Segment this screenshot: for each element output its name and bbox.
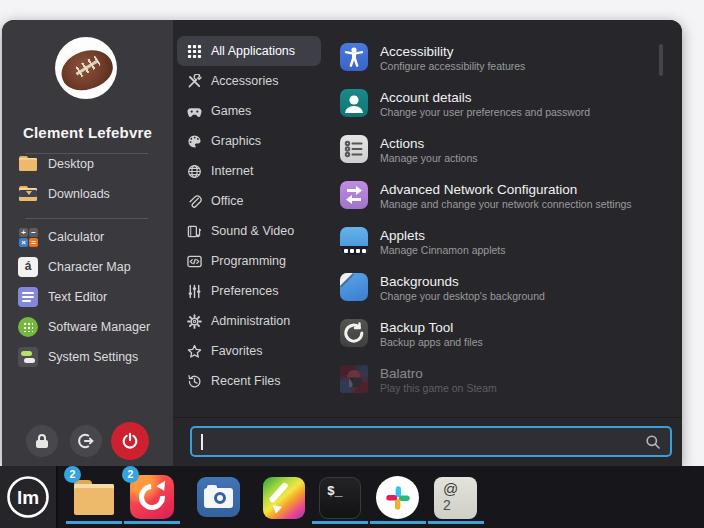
application-list: Accessibility Configure accessibility fe… bbox=[325, 20, 668, 417]
app-description: Play this game on Steam bbox=[380, 382, 497, 395]
category-recent-files[interactable]: Recent Files bbox=[177, 366, 321, 396]
actions-list-icon bbox=[340, 135, 368, 163]
applets-panel-icon bbox=[340, 227, 368, 255]
firefox-badge: 2 bbox=[122, 466, 139, 483]
sidebar-apps-list: + − × = Calculator á Character Map Text … bbox=[2, 222, 173, 372]
history-clock-icon bbox=[187, 374, 202, 389]
search-icon bbox=[645, 434, 661, 450]
folder-download-icon bbox=[18, 184, 38, 204]
logout-button[interactable] bbox=[70, 425, 102, 457]
app-accessibility[interactable]: Accessibility Configure accessibility fe… bbox=[325, 42, 668, 88]
sidebar-item-system-settings[interactable]: System Settings bbox=[2, 342, 173, 372]
active-window-indicator bbox=[312, 521, 368, 524]
files-badge: 2 bbox=[64, 466, 81, 483]
category-internet[interactable]: Internet bbox=[177, 156, 321, 186]
category-graphics[interactable]: Graphics bbox=[177, 126, 321, 156]
app-title: Backgrounds bbox=[380, 273, 545, 290]
application-menu: Clement Lefebvre Desktop Downloads + − ×… bbox=[2, 20, 682, 466]
svg-text:lm: lm bbox=[17, 487, 39, 508]
app-backgrounds[interactable]: Backgrounds Change your desktop's backgr… bbox=[325, 272, 668, 318]
taskbar: lm 2 2 $_ @ 2 bbox=[0, 466, 704, 528]
app-description: Backup apps and files bbox=[380, 336, 483, 349]
scrollbar-thumb[interactable] bbox=[659, 44, 663, 76]
terminal-taskbar-icon[interactable]: $_ bbox=[319, 477, 361, 519]
text-caret bbox=[201, 434, 203, 450]
sidebar-item-downloads[interactable]: Downloads bbox=[2, 179, 173, 209]
category-all-applications[interactable]: All Applications bbox=[177, 36, 321, 66]
slack-logo-icon bbox=[385, 485, 411, 511]
network-arrows-icon bbox=[340, 181, 368, 209]
app-actions[interactable]: Actions Manage your actions bbox=[325, 134, 668, 180]
category-office[interactable]: Office bbox=[177, 186, 321, 216]
app-balatro[interactable]: Balatro Play this game on Steam bbox=[325, 364, 668, 410]
files-taskbar-icon[interactable] bbox=[72, 477, 116, 519]
app-advanced-network-configuration[interactable]: Advanced Network Configuration Manage an… bbox=[325, 180, 668, 226]
search-input[interactable] bbox=[190, 426, 672, 457]
app-description: Manage Cinnamon applets bbox=[380, 244, 506, 257]
backgrounds-wallpaper-icon bbox=[340, 273, 368, 301]
app-description: Change your user preferences and passwor… bbox=[380, 106, 590, 119]
character-map-icon: á bbox=[18, 257, 38, 277]
screenshot-taskbar-icon[interactable] bbox=[197, 477, 240, 517]
app-description: Configure accessibility features bbox=[380, 60, 525, 73]
app-title: Actions bbox=[380, 135, 477, 152]
lock-icon bbox=[36, 434, 48, 448]
menu-main: All Applications Accessories Games Graph… bbox=[173, 20, 682, 466]
category-administration[interactable]: Administration bbox=[177, 306, 321, 336]
code-icon bbox=[187, 254, 202, 269]
category-accessories[interactable]: Accessories bbox=[177, 66, 321, 96]
active-window-indicator bbox=[124, 521, 180, 524]
balatro-game-icon bbox=[340, 365, 368, 393]
system-settings-icon bbox=[18, 347, 38, 367]
active-window-indicator bbox=[66, 521, 122, 524]
category-programming[interactable]: Programming bbox=[177, 246, 321, 276]
app-applets[interactable]: Applets Manage Cinnamon applets bbox=[325, 226, 668, 272]
sidebar-item-software-manager[interactable]: Software Manager bbox=[2, 312, 173, 342]
star-icon bbox=[187, 344, 202, 359]
app-account-details[interactable]: Account details Change your user prefere… bbox=[325, 88, 668, 134]
sidebar-item-text-editor[interactable]: Text Editor bbox=[2, 282, 173, 312]
sidebar-item-calculator[interactable]: + − × = Calculator bbox=[2, 222, 173, 252]
sidebar-item-character-map[interactable]: á Character Map bbox=[2, 252, 173, 282]
firefox-taskbar-icon[interactable] bbox=[130, 475, 174, 519]
avatar-image bbox=[56, 44, 117, 96]
lock-screen-button[interactable] bbox=[26, 425, 58, 457]
calculator-icon: + − × = bbox=[18, 227, 38, 247]
app-description: Change your desktop's background bbox=[380, 290, 545, 303]
category-preferences[interactable]: Preferences bbox=[177, 276, 321, 306]
logout-icon bbox=[77, 432, 95, 450]
film-music-icon bbox=[187, 224, 202, 239]
text-editor-icon bbox=[18, 287, 38, 307]
backup-restore-icon bbox=[340, 319, 368, 347]
tools-icon bbox=[187, 74, 202, 89]
paperclip-icon bbox=[187, 194, 202, 209]
app-title: Applets bbox=[380, 227, 506, 244]
category-list: All Applications Accessories Games Graph… bbox=[173, 20, 325, 396]
category-sound-video[interactable]: Sound & Video bbox=[177, 216, 321, 246]
category-games[interactable]: Games bbox=[177, 96, 321, 126]
sidebar-item-desktop[interactable]: Desktop bbox=[2, 149, 173, 179]
shutdown-button[interactable] bbox=[111, 422, 149, 460]
power-icon bbox=[120, 431, 140, 451]
active-window-indicator bbox=[428, 521, 484, 524]
app-title: Accessibility bbox=[380, 43, 525, 60]
menu-button[interactable]: lm bbox=[0, 466, 58, 528]
places-list: Desktop Downloads bbox=[2, 149, 173, 209]
gear-icon bbox=[187, 314, 202, 329]
app-title: Advanced Network Configuration bbox=[380, 181, 632, 198]
globe-icon bbox=[187, 164, 202, 179]
avatar[interactable] bbox=[55, 37, 117, 99]
drawing-app-taskbar-icon[interactable] bbox=[263, 477, 305, 519]
folder-icon bbox=[18, 154, 38, 174]
category-favorites[interactable]: Favorites bbox=[177, 336, 321, 366]
search-area bbox=[173, 417, 682, 466]
app-title: Account details bbox=[380, 89, 590, 106]
active-window-indicator bbox=[370, 521, 426, 524]
mail-taskbar-icon[interactable]: @ 2 bbox=[434, 477, 477, 519]
app-title: Balatro bbox=[380, 365, 497, 382]
gamepad-icon bbox=[187, 104, 202, 119]
app-backup-tool[interactable]: Backup Tool Backup apps and files bbox=[325, 318, 668, 364]
slack-taskbar-icon[interactable] bbox=[376, 476, 419, 519]
accessibility-icon bbox=[340, 43, 368, 71]
session-buttons bbox=[2, 421, 173, 461]
